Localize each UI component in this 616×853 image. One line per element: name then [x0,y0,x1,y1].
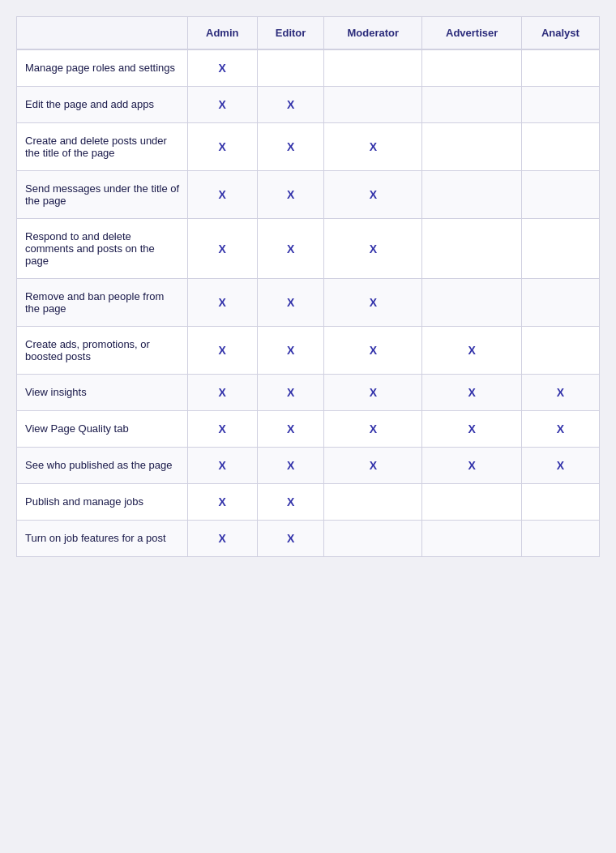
admin-cell: X [187,484,258,521]
feature-cell: Respond to and delete comments and posts… [17,219,187,279]
editor-check: X [287,140,294,153]
moderator-check: X [370,140,377,153]
table-row: Manage page roles and settingsX [17,49,599,87]
analyst-cell [521,87,599,123]
analyst-cell [521,219,599,279]
admin-check: X [219,140,226,153]
table-row: View insightsXXXXX [17,375,599,411]
permissions-table-container: Admin Editor Moderator Advertiser Analys… [16,16,600,557]
moderator-check: X [370,422,377,435]
table-row: Create ads, promotions, or boosted posts… [17,327,599,375]
moderator-cell: X [324,279,422,327]
admin-check: X [219,422,226,435]
admin-cell: X [187,521,258,557]
moderator-cell: X [324,171,422,219]
moderator-check: X [370,296,377,309]
editor-cell [258,49,324,87]
admin-cell: X [187,123,258,171]
moderator-check: X [370,242,377,255]
feature-cell: View Page Quality tab [17,411,187,448]
advertiser-cell [422,87,521,123]
advertiser-column-header: Advertiser [422,17,521,49]
advertiser-cell: X [422,411,521,448]
analyst-cell [521,279,599,327]
advertiser-cell [422,123,521,171]
moderator-cell: X [324,327,422,375]
analyst-cell [521,123,599,171]
moderator-cell: X [324,448,422,484]
advertiser-cell: X [422,327,521,375]
editor-check: X [287,242,294,255]
editor-check: X [287,495,294,508]
advertiser-check: X [468,459,476,472]
admin-check: X [219,98,226,111]
moderator-check: X [370,188,377,201]
editor-cell: X [258,521,324,557]
editor-cell: X [258,279,324,327]
moderator-check: X [370,344,377,357]
feature-cell: Manage page roles and settings [17,49,187,87]
moderator-check: X [370,386,377,399]
editor-cell: X [258,87,324,123]
editor-check: X [287,296,294,309]
moderator-cell [324,484,422,521]
table-row: Publish and manage jobsXX [17,484,599,521]
table-row: See who published as the pageXXXXX [17,448,599,484]
analyst-cell [521,521,599,557]
moderator-cell [324,521,422,557]
admin-check: X [219,242,226,255]
admin-cell: X [187,448,258,484]
table-row: Edit the page and add appsXX [17,87,599,123]
moderator-cell: X [324,123,422,171]
admin-cell: X [187,171,258,219]
advertiser-check: X [468,422,476,435]
admin-check: X [219,459,226,472]
admin-cell: X [187,279,258,327]
editor-check: X [287,459,294,472]
admin-check: X [219,495,226,508]
feature-cell: Publish and manage jobs [17,484,187,521]
admin-check: X [219,62,226,75]
admin-cell: X [187,327,258,375]
admin-cell: X [187,87,258,123]
advertiser-cell: X [422,375,521,411]
admin-cell: X [187,219,258,279]
analyst-cell: X [521,375,599,411]
analyst-cell [521,484,599,521]
moderator-cell: X [324,411,422,448]
permissions-table: Admin Editor Moderator Advertiser Analys… [17,17,599,556]
feature-cell: Turn on job features for a post [17,521,187,557]
admin-cell: X [187,49,258,87]
moderator-cell: X [324,375,422,411]
editor-cell: X [258,484,324,521]
editor-column-header: Editor [258,17,324,49]
table-row: Create and delete posts under the title … [17,123,599,171]
editor-cell: X [258,219,324,279]
editor-cell: X [258,123,324,171]
editor-cell: X [258,327,324,375]
table-row: Turn on job features for a postXX [17,521,599,557]
moderator-column-header: Moderator [324,17,422,49]
feature-cell: Create ads, promotions, or boosted posts [17,327,187,375]
admin-cell: X [187,375,258,411]
feature-column-header [17,17,187,49]
advertiser-check: X [468,344,476,357]
editor-cell: X [258,375,324,411]
editor-cell: X [258,171,324,219]
admin-column-header: Admin [187,17,258,49]
feature-cell: Create and delete posts under the title … [17,123,187,171]
advertiser-cell [422,521,521,557]
moderator-cell [324,49,422,87]
editor-check: X [287,344,294,357]
analyst-cell: X [521,448,599,484]
moderator-cell [324,87,422,123]
advertiser-cell [422,49,521,87]
editor-check: X [287,188,294,201]
moderator-cell: X [324,219,422,279]
table-row: Respond to and delete comments and posts… [17,219,599,279]
analyst-cell: X [521,411,599,448]
feature-cell: See who published as the page [17,448,187,484]
analyst-cell [521,49,599,87]
analyst-check: X [557,459,564,472]
admin-check: X [219,386,226,399]
